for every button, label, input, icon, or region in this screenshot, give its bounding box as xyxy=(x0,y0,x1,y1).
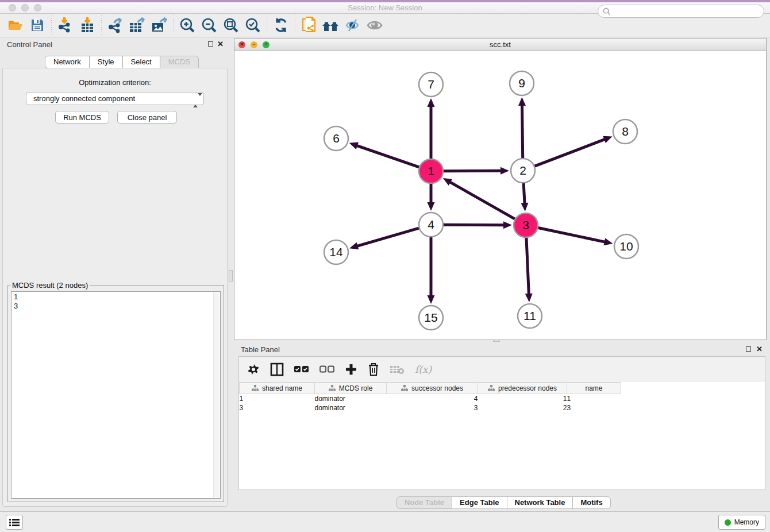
add-column-icon[interactable] xyxy=(345,362,357,377)
task-history-button[interactable] xyxy=(6,515,23,530)
zoom-fit-icon[interactable] xyxy=(220,16,242,35)
birds-eye-view-icon[interactable] xyxy=(364,16,386,35)
table-cell[interactable]: 4 xyxy=(387,394,478,403)
tab-edge-table[interactable]: Edge Table xyxy=(452,496,507,509)
column-header-name[interactable]: name xyxy=(567,383,621,394)
save-session-icon[interactable] xyxy=(26,16,48,35)
zoom-in-icon[interactable] xyxy=(176,16,198,35)
vertical-splitter-grip[interactable] xyxy=(229,270,233,282)
node-label-14: 14 xyxy=(329,245,343,259)
show-all-panels-icon[interactable] xyxy=(320,16,342,35)
import-table-icon[interactable] xyxy=(76,16,98,35)
edge-2-8[interactable] xyxy=(535,139,606,166)
edge-2-9[interactable] xyxy=(522,105,522,158)
close-frame-button[interactable]: ✕ xyxy=(238,41,245,48)
node-label-3: 3 xyxy=(522,218,529,232)
search-input[interactable] xyxy=(611,7,764,16)
tab-node-table[interactable]: Node Table xyxy=(396,496,452,509)
edge-1-2[interactable] xyxy=(444,171,502,171)
node-label-6: 6 xyxy=(333,132,340,145)
float-panel-icon[interactable] xyxy=(208,41,213,47)
control-panel: Control Panel ✕ NetworkStyleSelectMCDS O… xyxy=(0,37,230,511)
tab-motifs[interactable]: Motifs xyxy=(573,496,610,509)
column-header-predecessor-nodes[interactable]: predecessor nodes xyxy=(478,383,567,394)
close-panel-button[interactable]: Close panel xyxy=(117,111,177,124)
edge-arrowhead xyxy=(349,142,359,149)
table-row[interactable]: 1dominator411 xyxy=(240,394,621,403)
table-cell[interactable]: 3 xyxy=(387,403,478,413)
column-header-MCDS-role[interactable]: MCDS role xyxy=(315,383,387,394)
edge-arrowhead xyxy=(525,294,533,302)
mcds-panel: Optimization criterion: strongly connect… xyxy=(2,68,228,507)
import-network-icon[interactable] xyxy=(55,16,76,35)
table-cell[interactable]: dominator xyxy=(315,394,387,403)
table-cell[interactable]: 1 xyxy=(478,394,567,403)
node-table[interactable]: shared nameMCDS rolesuccessor nodesprede… xyxy=(239,382,621,413)
memory-button[interactable]: Memory xyxy=(718,515,765,530)
tab-network[interactable]: Network xyxy=(45,56,90,68)
tab-select[interactable]: Select xyxy=(123,56,160,68)
table-cell[interactable]: 3 xyxy=(240,403,315,413)
maximize-frame-button[interactable]: + xyxy=(263,41,270,48)
edge-3-1[interactable] xyxy=(449,182,515,219)
close-panel-icon[interactable]: ✕ xyxy=(217,40,224,48)
close-window-button[interactable] xyxy=(9,4,16,11)
table-cell[interactable]: 1 xyxy=(240,394,315,403)
select-none-icon[interactable] xyxy=(319,362,334,377)
table-cell[interactable]: dominator xyxy=(315,403,387,413)
table-row[interactable]: 3dominator323 xyxy=(240,403,621,413)
search-box[interactable] xyxy=(598,5,764,18)
node-label-11: 11 xyxy=(523,309,536,322)
table-panel: Table Panel ✕ xyxy=(234,342,770,511)
minimize-window-button[interactable] xyxy=(21,4,29,11)
export-table-icon[interactable] xyxy=(126,16,148,35)
change-table-mode-icon[interactable] xyxy=(270,362,284,377)
table-cell[interactable]: 2 xyxy=(478,403,567,413)
edge-4-14[interactable] xyxy=(357,228,419,246)
delete-column-icon[interactable] xyxy=(368,362,379,377)
toggle-panels-icon[interactable] xyxy=(342,16,364,35)
table-cell[interactable]: 3 xyxy=(567,403,621,413)
edge-3-10[interactable] xyxy=(538,228,606,242)
refresh-layout-icon[interactable] xyxy=(270,16,292,35)
zoom-selected-icon[interactable] xyxy=(242,16,264,35)
mcds-result-group: MCDS result (2 nodes) 1 3 xyxy=(7,281,224,502)
memory-label: Memory xyxy=(734,518,759,526)
select-all-icon[interactable] xyxy=(294,362,309,377)
close-table-panel-icon[interactable]: ✕ xyxy=(756,345,763,353)
minimize-frame-button[interactable]: − xyxy=(251,41,257,48)
edge-arrowhead xyxy=(603,136,612,143)
zoom-window-button[interactable] xyxy=(34,4,41,11)
edge-3-11[interactable] xyxy=(526,238,529,295)
float-table-panel-icon[interactable] xyxy=(746,346,751,352)
column-header-successor-nodes[interactable]: successor nodes xyxy=(387,383,478,394)
result-scrollbar[interactable] xyxy=(213,292,220,498)
edge-4-3[interactable] xyxy=(444,225,505,225)
column-header-shared-name[interactable]: shared name xyxy=(240,383,315,394)
clone-network-icon[interactable] xyxy=(298,16,320,35)
status-bar: Memory xyxy=(0,511,770,532)
settings-gear-icon[interactable] xyxy=(247,362,260,377)
open-session-icon[interactable] xyxy=(5,16,26,35)
tab-network-table[interactable]: Network Table xyxy=(507,496,573,509)
optimization-criterion-select[interactable]: strongly connected component xyxy=(26,92,204,105)
network-graph: 7968124314101511 xyxy=(234,51,766,340)
export-image-icon[interactable] xyxy=(148,16,170,35)
table-cell[interactable]: 1 xyxy=(567,394,621,403)
table-toolbar: f(x) xyxy=(239,357,765,382)
tab-style[interactable]: Style xyxy=(90,56,123,68)
edge-1-6[interactable] xyxy=(356,145,419,167)
edge-2-3[interactable] xyxy=(523,183,525,204)
export-network-icon[interactable] xyxy=(105,16,126,35)
network-canvas[interactable]: 7968124314101511 xyxy=(234,51,766,340)
run-mcds-button[interactable]: Run MCDS xyxy=(55,111,109,124)
tab-mcds[interactable]: MCDS xyxy=(160,56,199,68)
control-panel-title: Control Panel xyxy=(7,40,52,49)
toolbar-separator xyxy=(51,16,52,35)
select-arrows-icon xyxy=(193,94,198,106)
mcds-result-text[interactable]: 1 3 xyxy=(11,291,221,499)
zoom-out-icon[interactable] xyxy=(198,16,220,35)
toolbar-separator xyxy=(173,16,174,35)
network-window-titlebar[interactable]: ✕ − + scc.txt xyxy=(234,38,766,51)
edge-arrowhead xyxy=(428,98,435,107)
